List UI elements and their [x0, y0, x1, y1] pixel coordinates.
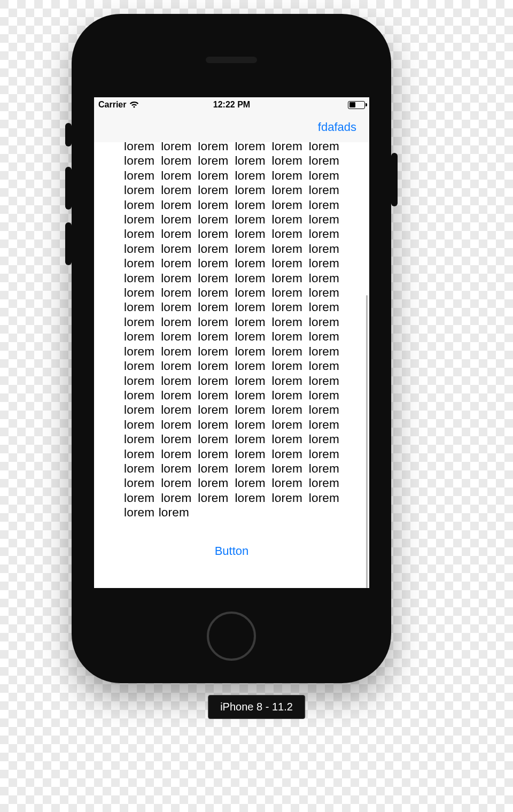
power-button: [391, 153, 398, 206]
content-scroll[interactable]: lorem lorem lorem lorem lorem lorem lore…: [94, 142, 369, 588]
status-bar: Carrier 12:22 PM: [94, 97, 369, 112]
volume-up-button: [65, 167, 72, 210]
status-time: 12:22 PM: [213, 100, 250, 110]
home-button[interactable]: [207, 612, 256, 661]
status-right: [348, 101, 365, 109]
navigation-bar: fdafads: [94, 112, 369, 143]
volume-down-button: [65, 222, 72, 265]
mute-switch: [65, 123, 72, 146]
body-text: lorem lorem lorem lorem lorem lorem lore…: [94, 142, 369, 520]
speaker-grille: [206, 57, 257, 63]
scroll-indicator[interactable]: [366, 295, 368, 588]
simulator-caption: iPhone 8 - 11.2: [208, 695, 305, 719]
screen: Carrier 12:22 PM fdafads: [94, 97, 369, 588]
battery-level: [349, 102, 355, 107]
carrier-label: Carrier: [98, 100, 126, 110]
battery-icon: [348, 101, 365, 109]
primary-button[interactable]: Button: [94, 544, 369, 559]
nav-right-button[interactable]: fdafads: [315, 120, 360, 135]
device-frame: Carrier 12:22 PM fdafads: [72, 14, 391, 683]
status-left: Carrier: [98, 100, 139, 110]
wifi-icon: [129, 101, 139, 109]
